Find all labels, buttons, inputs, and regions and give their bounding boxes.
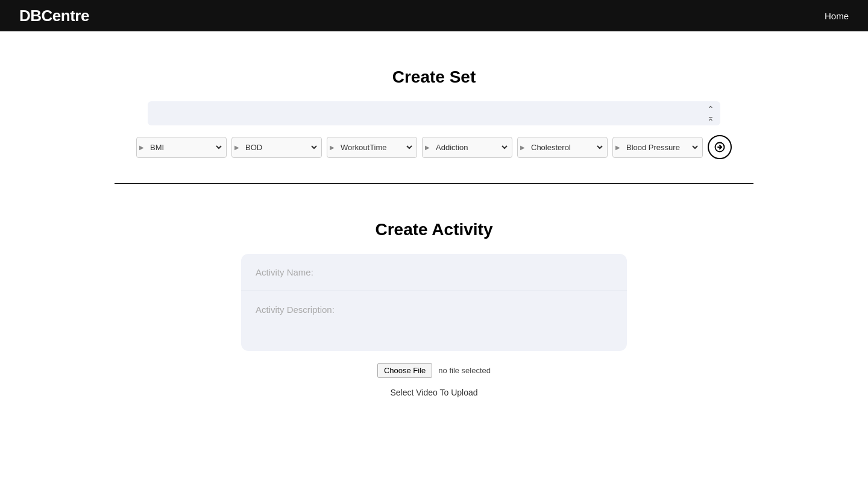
number-input-wrapper: ⌃ ⌅ <box>148 101 720 125</box>
create-set-title: Create Set <box>115 68 753 87</box>
dropdown-select-blood-pressure[interactable]: Blood Pressure <box>623 139 700 156</box>
dropdown-icon-bmi: ▶ <box>139 144 144 151</box>
section-divider <box>115 183 753 184</box>
create-activity-title: Create Activity <box>375 220 492 239</box>
no-file-selected-text: no file selected <box>438 366 491 375</box>
dropdowns-row: ▶ BMI ▶ BOD ▶ WorkoutTime ▶ <box>115 135 753 159</box>
dropdown-addiction: ▶ Addiction <box>422 137 512 158</box>
dropdown-select-bmi[interactable]: BMI <box>146 139 224 156</box>
spinner-icon: ⌃ ⌅ <box>707 105 714 122</box>
dropdown-bmi: ▶ BMI <box>136 137 227 158</box>
submit-arrow-button[interactable] <box>708 135 732 159</box>
dropdown-select-workouttime[interactable]: WorkoutTime <box>337 139 414 156</box>
dropdown-select-bod[interactable]: BOD <box>242 139 319 156</box>
main-content: Create Set ⌃ ⌅ ▶ BMI ▶ BOD <box>102 31 766 421</box>
dropdown-icon-cholesterol: ▶ <box>520 144 525 151</box>
dropdown-icon-blood-pressure: ▶ <box>615 144 620 151</box>
file-input-row: Choose File no file selected <box>377 363 491 378</box>
create-set-section: Create Set ⌃ ⌅ ▶ BMI ▶ BOD <box>115 68 753 159</box>
dropdown-icon-workouttime: ▶ <box>330 144 335 151</box>
activity-description-textarea[interactable] <box>241 291 627 351</box>
navbar-home-link[interactable]: Home <box>825 11 849 21</box>
activity-name-input[interactable] <box>241 254 627 291</box>
choose-file-button[interactable]: Choose File <box>377 363 432 378</box>
dropdown-blood-pressure: ▶ Blood Pressure <box>612 137 703 158</box>
dropdown-icon-bod: ▶ <box>234 144 239 151</box>
create-activity-section: Create Activity Choose File no file sele… <box>115 220 753 397</box>
dropdown-select-addiction[interactable]: Addiction <box>432 139 509 156</box>
dropdown-icon-addiction: ▶ <box>425 144 430 151</box>
dropdown-bod: ▶ BOD <box>231 137 322 158</box>
dropdown-cholesterol: ▶ Cholesterol <box>517 137 608 158</box>
activity-form-box <box>241 254 627 351</box>
navbar: DBCentre Home <box>0 0 868 31</box>
navbar-brand: DBCentre <box>19 7 89 25</box>
upload-label: Select Video To Upload <box>390 388 477 397</box>
number-input-row: ⌃ ⌅ <box>115 101 753 125</box>
dropdown-select-cholesterol[interactable]: Cholesterol <box>527 139 605 156</box>
dropdown-workouttime: ▶ WorkoutTime <box>327 137 417 158</box>
